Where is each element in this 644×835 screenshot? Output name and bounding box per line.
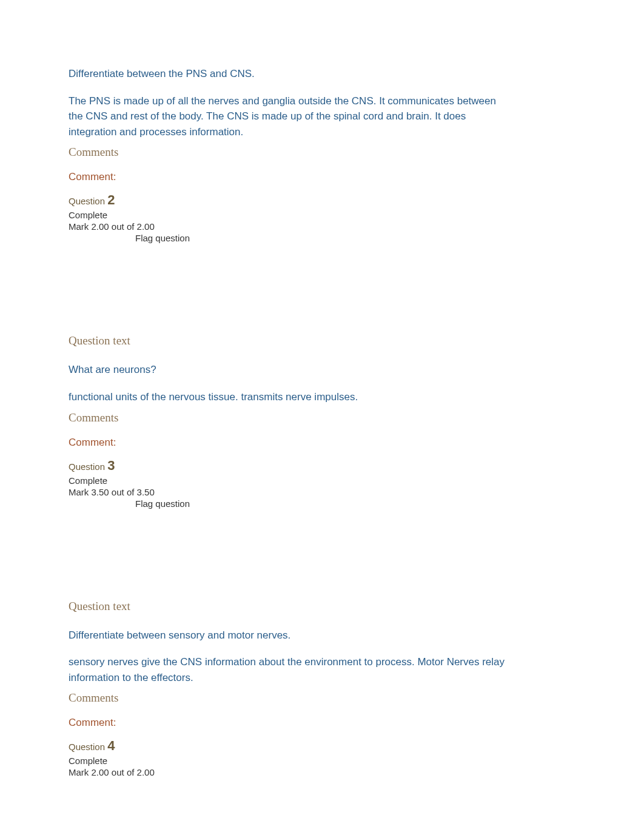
question-block-1: Differentiate between the PNS and CNS. T… (69, 67, 511, 243)
comments-heading: Comments (69, 691, 511, 705)
mark-text: Mark 2.00 out of 2.00 (69, 767, 511, 777)
comment-label: Comment: (69, 437, 511, 449)
comment-label: Comment: (69, 171, 511, 183)
question-label: Question (69, 461, 107, 472)
status-complete: Complete (69, 475, 511, 486)
question-label: Question (69, 742, 107, 752)
flag-question-link[interactable]: Flag question (135, 498, 511, 509)
comments-heading: Comments (69, 146, 511, 159)
question-label: Question (69, 196, 107, 206)
status-complete: Complete (69, 210, 511, 220)
question-prompt: Differentiate between sensory and motor … (69, 628, 511, 643)
comments-heading: Comments (69, 411, 511, 424)
answer-text: sensory nerves give the CNS information … (69, 654, 511, 685)
question-text-heading: Question text (69, 334, 511, 347)
question-text-heading: Question text (69, 600, 511, 613)
mark-text: Mark 2.00 out of 2.00 (69, 221, 511, 232)
question-header: Question 3 (69, 458, 511, 474)
answer-text: functional units of the nervous tissue. … (69, 389, 511, 405)
question-block-3: Question text Differentiate between sens… (69, 600, 511, 778)
flag-question-link[interactable]: Flag question (135, 233, 511, 243)
question-number: 4 (107, 738, 115, 753)
status-complete: Complete (69, 756, 511, 766)
question-prompt: Differentiate between the PNS and CNS. (69, 67, 511, 81)
comment-label: Comment: (69, 717, 511, 729)
question-number: 2 (107, 192, 115, 207)
question-block-2: Question text What are neurons? function… (69, 334, 511, 508)
answer-text: The PNS is made up of all the nerves and… (69, 93, 511, 140)
question-header: Question 4 (69, 738, 511, 754)
mark-text: Mark 3.50 out of 3.50 (69, 487, 511, 497)
question-number: 3 (107, 458, 115, 473)
question-header: Question 2 (69, 192, 511, 208)
question-prompt: What are neurons? (69, 363, 511, 377)
